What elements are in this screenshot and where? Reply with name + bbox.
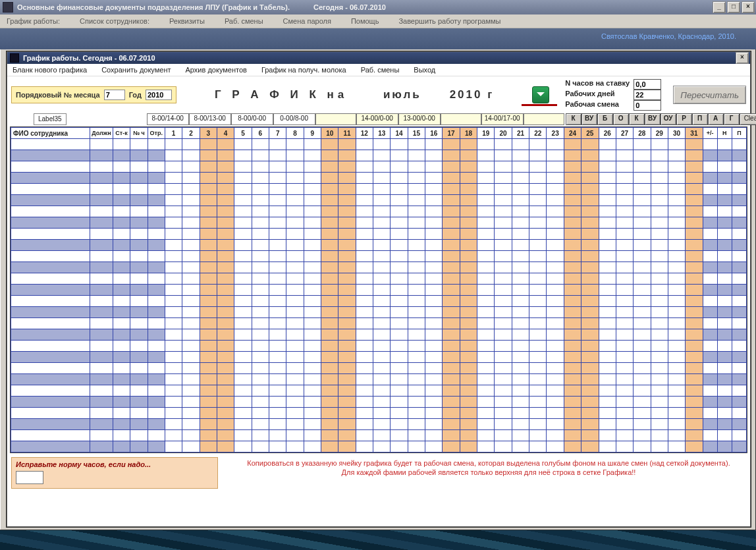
cell-day[interactable] <box>651 352 668 363</box>
cell-day[interactable] <box>564 262 581 273</box>
cell-day[interactable] <box>634 363 651 374</box>
table-row[interactable] <box>11 285 747 296</box>
cell-day[interactable] <box>477 262 495 273</box>
cell-day[interactable] <box>217 408 234 419</box>
cell-day[interactable] <box>217 262 234 273</box>
cell-day[interactable] <box>269 184 286 195</box>
cell-hours[interactable] <box>130 363 148 374</box>
cell-position[interactable] <box>90 341 113 352</box>
cell-day[interactable] <box>634 374 651 385</box>
col-name[interactable]: ФИО сотрудника <box>11 128 90 139</box>
cell-day[interactable] <box>356 262 373 273</box>
cell-day[interactable] <box>668 184 685 195</box>
cell-day[interactable] <box>547 363 564 374</box>
cell-day[interactable] <box>581 329 599 341</box>
cell-day[interactable] <box>529 318 547 329</box>
cell-day[interactable] <box>425 285 443 296</box>
cell-day[interactable] <box>338 273 356 285</box>
cell-day[interactable] <box>651 273 668 285</box>
cell-day[interactable] <box>460 341 477 352</box>
cell-day[interactable] <box>460 408 477 419</box>
cell-day[interactable] <box>668 217 685 229</box>
cell-name[interactable] <box>11 408 90 419</box>
cell-day[interactable] <box>686 195 703 206</box>
cell-day[interactable] <box>443 430 460 441</box>
cell-day[interactable] <box>634 341 651 352</box>
cell-day[interactable] <box>373 408 391 419</box>
cell-day[interactable] <box>547 385 564 397</box>
cell-day[interactable] <box>512 329 529 341</box>
cell-day[interactable] <box>634 229 651 240</box>
cell-day[interactable] <box>651 229 668 240</box>
cell-day[interactable] <box>651 173 668 184</box>
cell-day[interactable] <box>304 184 321 195</box>
cell-day[interactable] <box>304 195 321 206</box>
cell-day[interactable] <box>460 240 477 251</box>
inner-menu-item[interactable]: Бланк нового графика <box>13 66 87 74</box>
col-day-21[interactable]: 21 <box>512 128 529 139</box>
cell-day[interactable] <box>477 397 495 408</box>
cell-rate[interactable] <box>113 419 130 430</box>
cell-append[interactable] <box>703 150 717 161</box>
cell-name[interactable] <box>11 374 90 385</box>
cell-day[interactable] <box>581 318 599 329</box>
cell-day[interactable] <box>668 419 685 430</box>
cell-day[interactable] <box>564 430 581 441</box>
cell-hours[interactable] <box>130 374 148 385</box>
schedule-grid[interactable]: ФИО сотрудникаДолжнСт-к№ чОтр.1234567891… <box>11 127 747 453</box>
cell-day[interactable] <box>460 419 477 430</box>
cell-day[interactable] <box>356 352 373 363</box>
cell-append[interactable] <box>732 251 746 262</box>
cell-day[interactable] <box>182 374 200 385</box>
cell-hours[interactable] <box>130 285 148 296</box>
cell-day[interactable] <box>686 419 703 430</box>
cell-day[interactable] <box>616 385 633 397</box>
cell-day[interactable] <box>529 352 547 363</box>
cell-append[interactable] <box>732 307 746 318</box>
cell-day[interactable] <box>651 251 668 262</box>
cell-day[interactable] <box>616 363 633 374</box>
cell-day[interactable] <box>234 195 252 206</box>
cell-day[interactable] <box>200 441 217 453</box>
col-position[interactable]: Должн <box>90 128 113 139</box>
cell-day[interactable] <box>547 195 564 206</box>
cell-day[interactable] <box>651 329 668 341</box>
cell-day[interactable] <box>634 251 651 262</box>
cell-day[interactable] <box>269 430 286 441</box>
cell-day[interactable] <box>182 307 200 318</box>
cell-day[interactable] <box>651 318 668 329</box>
col-day-15[interactable]: 15 <box>408 128 425 139</box>
cell-day[interactable] <box>234 307 252 318</box>
cell-day[interactable] <box>634 240 651 251</box>
cell-day[interactable] <box>286 251 304 262</box>
cell-day[interactable] <box>217 229 234 240</box>
cell-day[interactable] <box>581 419 599 430</box>
cell-day[interactable] <box>252 161 269 173</box>
table-row[interactable] <box>11 341 747 352</box>
cell-day[interactable] <box>373 397 391 408</box>
cell-day[interactable] <box>373 150 391 161</box>
code-button-р[interactable]: Р <box>676 113 692 125</box>
cell-day[interactable] <box>356 217 373 229</box>
cell-day[interactable] <box>443 173 460 184</box>
cell-otr[interactable] <box>148 430 165 441</box>
cell-day[interactable] <box>460 307 477 318</box>
cell-rate[interactable] <box>113 352 130 363</box>
cell-day[interactable] <box>529 240 547 251</box>
cell-day[interactable] <box>460 206 477 217</box>
cell-day[interactable] <box>391 419 408 430</box>
cell-day[interactable] <box>443 240 460 251</box>
cell-day[interactable] <box>564 273 581 285</box>
cell-append[interactable] <box>732 161 746 173</box>
cell-name[interactable] <box>11 307 90 318</box>
cell-day[interactable] <box>599 385 616 397</box>
table-row[interactable] <box>11 240 747 251</box>
cell-day[interactable] <box>599 430 616 441</box>
cell-day[interactable] <box>616 206 633 217</box>
cell-name[interactable] <box>11 352 90 363</box>
cell-day[interactable] <box>200 240 217 251</box>
cell-day[interactable] <box>321 173 338 184</box>
cell-day[interactable] <box>425 318 443 329</box>
cell-day[interactable] <box>234 341 252 352</box>
cell-day[interactable] <box>547 251 564 262</box>
